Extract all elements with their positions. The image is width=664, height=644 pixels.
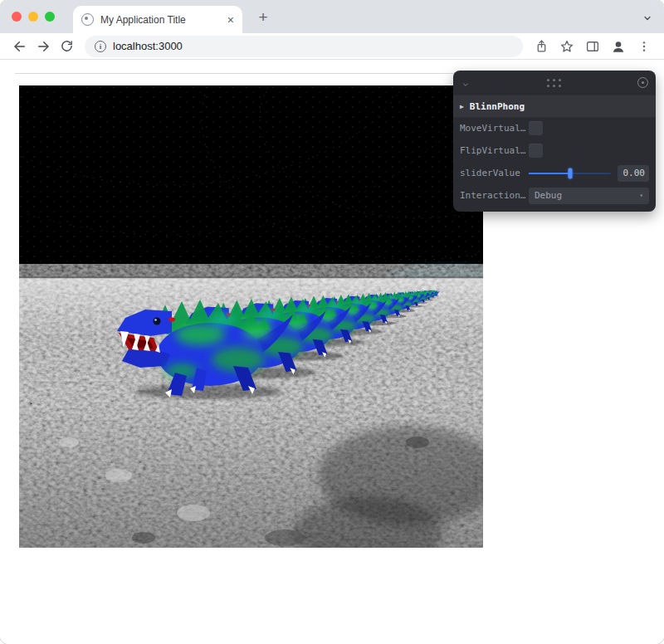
- back-button[interactable]: [8, 35, 32, 58]
- slidervalue-number-input[interactable]: 0.00: [618, 165, 649, 182]
- interaction-select[interactable]: Debug ▾: [529, 188, 649, 204]
- control-label: FlipVirtual…: [460, 145, 529, 156]
- url-text[interactable]: localhost:3000: [113, 40, 183, 52]
- control-row-movevirtual: MoveVirtual…: [453, 117, 656, 139]
- drag-handle-icon[interactable]: [547, 79, 562, 88]
- control-label: sliderValue: [460, 168, 529, 178]
- new-tab-button[interactable]: +: [252, 7, 274, 28]
- folder-blinnphong[interactable]: ▶ BlinnPhong: [453, 95, 656, 117]
- control-row-slidervalue: sliderValue 0.00: [453, 162, 656, 184]
- side-panel-icon[interactable]: [581, 35, 604, 58]
- site-info-icon[interactable]: i: [95, 41, 106, 52]
- control-label: MoveVirtual…: [460, 123, 529, 134]
- tab-favicon-icon: [81, 13, 94, 26]
- tab-close-icon[interactable]: ×: [227, 14, 234, 26]
- scene-sky: [19, 85, 483, 295]
- panel-collapse-chevron-icon[interactable]: [461, 80, 470, 90]
- select-chevron-icon: ▾: [639, 192, 643, 199]
- movevirtual-checkbox[interactable]: [529, 121, 543, 135]
- folder-chevron-icon: ▶: [460, 103, 464, 110]
- control-label: Interaction…: [460, 190, 529, 201]
- forward-button[interactable]: [32, 35, 55, 58]
- bookmark-star-icon[interactable]: [555, 35, 579, 58]
- slider-thumb[interactable]: [569, 168, 573, 178]
- page-content: ▶ BlinnPhong MoveVirtual… FlipVirtual… s…: [0, 60, 664, 644]
- browser-tab[interactable]: My Application Title ×: [73, 6, 242, 33]
- tab-title: My Application Title: [100, 14, 222, 26]
- tab-search-chevron-icon[interactable]: [642, 12, 652, 27]
- gui-panel-header[interactable]: [453, 71, 656, 95]
- slidervalue-slider[interactable]: [529, 173, 611, 174]
- menu-kebab-icon[interactable]: [632, 35, 656, 58]
- zoom-window-button[interactable]: [45, 12, 55, 22]
- address-bar[interactable]: i localhost:3000: [85, 36, 523, 57]
- control-row-interaction: Interaction… Debug ▾: [453, 184, 656, 207]
- tab-strip: My Application Title × +: [0, 0, 664, 33]
- close-window-button[interactable]: [12, 12, 22, 22]
- webgl-canvas[interactable]: [19, 85, 483, 548]
- interaction-select-value: Debug: [535, 190, 562, 201]
- slider-fill: [529, 173, 570, 174]
- reload-button[interactable]: [55, 35, 78, 58]
- flipvirtual-checkbox[interactable]: [529, 144, 543, 158]
- minimize-window-button[interactable]: [28, 12, 38, 22]
- control-row-flipvirtual: FlipVirtual…: [453, 139, 656, 162]
- browser-window: My Application Title × + i localhost:300…: [0, 0, 664, 644]
- browser-toolbar: i localhost:3000: [0, 33, 664, 60]
- traffic-lights: [12, 12, 55, 22]
- folder-title: BlinnPhong: [470, 101, 525, 112]
- toolbar-right-icons: [530, 35, 656, 58]
- profile-avatar-icon[interactable]: [607, 35, 630, 58]
- panel-search-icon[interactable]: [637, 77, 648, 88]
- gui-panel: ▶ BlinnPhong MoveVirtual… FlipVirtual… s…: [453, 71, 656, 212]
- share-icon[interactable]: [530, 35, 553, 58]
